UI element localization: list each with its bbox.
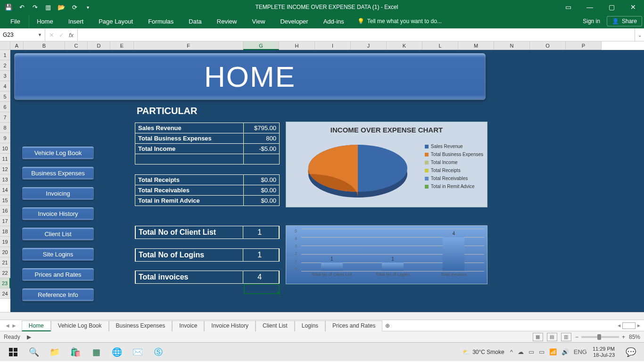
column-header-G[interactable]: G bbox=[243, 41, 279, 50]
store-icon[interactable]: 🛍️ bbox=[65, 343, 86, 362]
onedrive-icon[interactable]: ☁ bbox=[518, 348, 524, 355]
cancel-formula-icon[interactable]: ✕ bbox=[49, 32, 54, 39]
row-header-12[interactable]: 12 bbox=[0, 164, 10, 174]
row-header-18[interactable]: 18 bbox=[0, 226, 10, 237]
page-break-view-icon[interactable]: ▥ bbox=[561, 333, 571, 341]
row-header-7[interactable]: 7 bbox=[0, 112, 10, 123]
skype-icon[interactable]: Ⓢ bbox=[148, 343, 169, 362]
chevron-down-icon[interactable]: ▼ bbox=[38, 33, 42, 37]
zoom-slider[interactable]: − + bbox=[575, 334, 625, 340]
row-header-2[interactable]: 2 bbox=[0, 60, 10, 71]
nav-button-business-expenses[interactable]: Business Expenses bbox=[22, 167, 94, 180]
column-header-H[interactable]: H bbox=[279, 41, 315, 50]
tray-chevron-icon[interactable]: ^ bbox=[510, 348, 513, 355]
minimize-icon[interactable]: — bbox=[579, 0, 601, 14]
quickprint-icon[interactable]: ▥ bbox=[42, 1, 54, 13]
restore-icon[interactable]: ▢ bbox=[601, 0, 622, 14]
sheet-tab-client-list[interactable]: Client List bbox=[256, 321, 295, 331]
nav-button-client-list[interactable]: Client List bbox=[22, 228, 94, 240]
weather-widget[interactable]: ⛅ 30°C Smoke bbox=[462, 349, 504, 355]
row-header-10[interactable]: 10 bbox=[0, 143, 10, 154]
file-explorer-icon[interactable]: 📁 bbox=[44, 343, 65, 362]
ribbon-tab-insert[interactable]: Insert bbox=[61, 15, 91, 28]
ribbon-tab-home[interactable]: Home bbox=[29, 15, 61, 28]
close-icon[interactable]: ✕ bbox=[622, 0, 644, 14]
chrome-icon[interactable]: 🌐 bbox=[107, 343, 127, 362]
nav-button-site-logins[interactable]: Site Logins bbox=[22, 248, 94, 261]
nav-button-invoicing[interactable]: Invoicing bbox=[22, 187, 94, 200]
row-header-1[interactable]: 1 bbox=[0, 50, 10, 60]
column-header-J[interactable]: J bbox=[351, 41, 387, 50]
system-tray[interactable]: ^ ☁ ▭ ▭ 📶 🔊 ENG bbox=[510, 348, 587, 355]
sheet-tab-vehicle-log-book[interactable]: Vehicle Log Book bbox=[51, 321, 109, 331]
sheet-nav-arrows[interactable]: ◄ ► bbox=[0, 322, 22, 329]
column-header-I[interactable]: I bbox=[315, 41, 351, 50]
column-header-L[interactable]: L bbox=[422, 41, 458, 50]
sheet-tab-logins[interactable]: Logins bbox=[295, 321, 325, 331]
mail-icon[interactable]: ✉️ bbox=[127, 343, 148, 362]
zoom-in-icon[interactable]: + bbox=[622, 334, 625, 340]
sheet-tab-business-expenses[interactable]: Business Expenses bbox=[109, 321, 173, 331]
page-layout-view-icon[interactable]: ▤ bbox=[547, 333, 557, 341]
column-header-B[interactable]: B bbox=[24, 41, 65, 50]
qat-more-icon[interactable]: ▾ bbox=[82, 1, 93, 13]
new-sheet-button[interactable]: ⊕ bbox=[382, 322, 393, 329]
row-header-15[interactable]: 15 bbox=[0, 195, 10, 206]
row-header-6[interactable]: 6 bbox=[0, 102, 10, 112]
counts-bar-chart[interactable]: 543210 1Total No of Client List1Total No… bbox=[286, 225, 487, 284]
select-all-triangle[interactable] bbox=[0, 41, 10, 50]
file-tab[interactable]: File bbox=[2, 15, 29, 28]
row-header-22[interactable]: 22 bbox=[0, 268, 10, 278]
excel-icon[interactable]: ▦ bbox=[86, 343, 107, 362]
active-cell[interactable] bbox=[244, 284, 280, 294]
volume-icon[interactable]: 🔊 bbox=[561, 348, 569, 355]
undo-icon[interactable]: ↶ bbox=[16, 1, 27, 13]
sheet-tab-invoice[interactable]: Invoice bbox=[172, 321, 204, 331]
tell-me[interactable]: 💡 Tell me what you want to do... bbox=[357, 18, 442, 25]
row-header-3[interactable]: 3 bbox=[0, 71, 10, 81]
sheet-canvas[interactable]: HOME PARTICULAR Vehicle Log BookBusiness… bbox=[10, 50, 644, 312]
name-box[interactable]: G23 ▼ bbox=[0, 29, 45, 41]
row-header-14[interactable]: 14 bbox=[0, 185, 10, 195]
fx-icon[interactable]: fx bbox=[69, 32, 74, 39]
column-header-F[interactable]: F bbox=[134, 41, 243, 50]
row-header-20[interactable]: 20 bbox=[0, 247, 10, 257]
nav-button-reference-info[interactable]: Reference Info bbox=[22, 288, 94, 301]
row-header-16[interactable]: 16 bbox=[0, 206, 10, 216]
column-header-E[interactable]: E bbox=[110, 41, 134, 50]
row-header-19[interactable]: 19 bbox=[0, 237, 10, 247]
redo-icon[interactable]: ↷ bbox=[29, 1, 41, 13]
formula-input[interactable] bbox=[78, 29, 635, 41]
language-indicator[interactable]: ENG bbox=[574, 348, 587, 355]
enter-formula-icon[interactable]: ✓ bbox=[59, 32, 64, 39]
row-header-9[interactable]: 9 bbox=[0, 133, 10, 143]
column-header-M[interactable]: M bbox=[458, 41, 494, 50]
sheet-tab-prices-and-rates[interactable]: Prices and Rates bbox=[325, 321, 382, 331]
search-icon[interactable]: 🔍 bbox=[24, 343, 44, 362]
horizontal-scrollbar[interactable] bbox=[0, 312, 644, 320]
ribbon-tab-developer[interactable]: Developer bbox=[272, 15, 315, 28]
row-header-13[interactable]: 13 bbox=[0, 174, 10, 185]
chevron-left-icon[interactable]: ◄ bbox=[617, 323, 621, 328]
battery-icon[interactable]: ▭ bbox=[539, 348, 545, 355]
row-header-8[interactable]: 8 bbox=[0, 123, 10, 133]
save-icon[interactable]: 💾 bbox=[3, 1, 14, 13]
nav-button-invoice-history[interactable]: Invoice History bbox=[22, 207, 94, 220]
column-header-K[interactable]: K bbox=[387, 41, 422, 50]
normal-view-icon[interactable]: ▦ bbox=[533, 333, 543, 341]
income-over-expense-chart[interactable]: INCOME OVER EXPENSE CHART Sales RevenueT… bbox=[286, 122, 487, 207]
zoom-level[interactable]: 85% bbox=[629, 334, 640, 340]
column-header-O[interactable]: O bbox=[530, 41, 566, 50]
ribbon-tab-formulas[interactable]: Formulas bbox=[140, 15, 181, 28]
sheet-nav-prev-icon[interactable]: ◄ bbox=[5, 322, 10, 329]
column-header-N[interactable]: N bbox=[494, 41, 530, 50]
start-button[interactable] bbox=[3, 343, 24, 362]
share-button[interactable]: 👤 Share bbox=[607, 16, 642, 26]
ribbon-tab-review[interactable]: Review bbox=[209, 15, 245, 28]
row-header-4[interactable]: 4 bbox=[0, 81, 10, 91]
row-header-11[interactable]: 11 bbox=[0, 154, 10, 164]
nav-button-vehicle-log-book[interactable]: Vehicle Log Book bbox=[22, 147, 94, 159]
macro-record-icon[interactable]: ▶ bbox=[27, 334, 31, 340]
row-header-17[interactable]: 17 bbox=[0, 216, 10, 226]
tab-scroll[interactable]: ◄ ► bbox=[617, 322, 641, 329]
